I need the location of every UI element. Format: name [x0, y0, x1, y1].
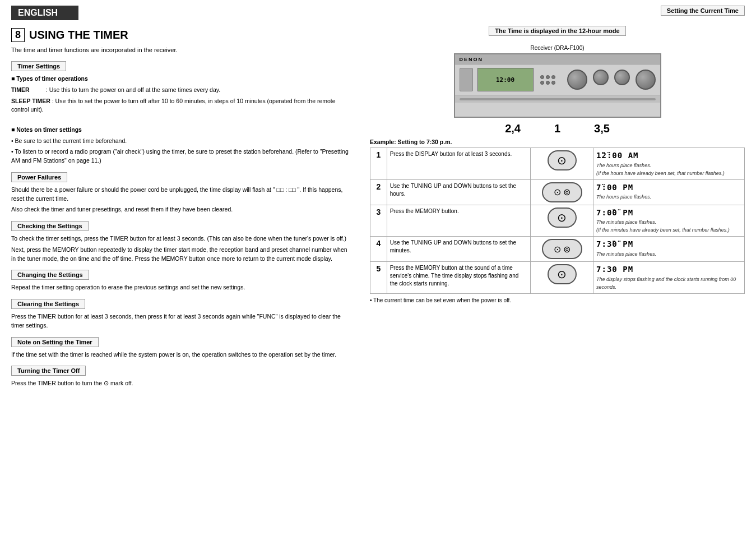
power-failures-text-2: Also check the timer and tuner presettin… [11, 205, 353, 214]
changing-settings-content: Repeat the timer setting operation to er… [11, 283, 353, 292]
dot-grid [540, 75, 555, 85]
step-desc-4: Use the TUNING UP and DOWN buttons to se… [387, 237, 530, 262]
page-intro: The time and timer functions are incorpo… [11, 47, 353, 53]
steps-table: 1 Press the DISPLAY button for at least … [370, 147, 745, 294]
note-setting-timer-heading: Note on Setting the Timer [11, 337, 99, 347]
checking-settings-content: To check the timer settings, press the T… [11, 234, 353, 263]
clearing-settings-content: Press the TIMER button for at least 3 se… [11, 312, 353, 330]
bottom-strip [460, 98, 656, 100]
step-desc-3: Press the MEMORY button. [387, 205, 530, 237]
timer-note-1: • Be sure to set the current time before… [11, 137, 353, 146]
step-desc-2: Use the TUNING UP and DOWN buttons to se… [387, 179, 530, 205]
step-row-2: 2 Use the TUNING UP and DOWN buttons to … [370, 179, 745, 205]
dot [546, 81, 550, 85]
changing-settings-heading: Changing the Settings [11, 270, 89, 280]
step-display-1: 1̈2̈:00 AM The hours place flashes. (If … [593, 148, 745, 180]
memory-button-icon-3: ⊙ [548, 207, 577, 228]
language-bar: ENGLISH [11, 6, 78, 20]
step-desc-1: Press the DISPLAY button for at least 3 … [387, 148, 530, 180]
tuning-updown-icon: ⊙ ⊚ [542, 182, 582, 202]
dot [540, 75, 544, 79]
step-num-2: 2 [370, 179, 387, 205]
receiver-body: 12:00 [455, 64, 660, 95]
knob-1 [567, 70, 587, 90]
note-setting-timer-content: If the time set with the timer is reache… [11, 350, 353, 359]
display-button-icon: ⊙ [548, 150, 577, 170]
checking-text-1: To check the timer settings, press the T… [11, 234, 353, 243]
page-title: 8 USING THE TIMER [11, 28, 353, 42]
checking-text-2: Next, press the MEMORY button repeatedly… [11, 246, 353, 264]
dot-row-1 [540, 75, 555, 79]
step-desc-5: Press the MEMORY button at the sound of … [387, 262, 530, 294]
step-row-4: 4 Use the TUNING UP and DOWN buttons to … [370, 237, 745, 262]
tuning-updown-icon-4: ⊙ ⊚ [542, 239, 582, 259]
step-num-5: 5 [370, 262, 387, 294]
step-row-1: 1 Press the DISPLAY button for at least … [370, 148, 745, 180]
callout-numbers: 2,4 1 3,5 [370, 122, 745, 135]
changing-text-1: Repeat the timer setting operation to er… [11, 283, 353, 292]
clearing-text-1: Press the TIMER button for at least 3 se… [11, 312, 353, 330]
receiver-diagram: DENON 12:00 [454, 53, 661, 118]
dot [546, 75, 550, 79]
step-num-1: 1 [370, 148, 387, 180]
checking-settings-heading: Checking the Settings [11, 221, 89, 231]
receiver-label: Receiver (DRA-F100) [370, 45, 745, 51]
callout-3: 3,5 [594, 122, 610, 135]
receiver-display: 12:00 [477, 68, 534, 91]
step-row-5: 5 Press the MEMORY button at the sound o… [370, 262, 745, 294]
turning-off-text: Press the TIMER button to turn the ⊙ mar… [11, 379, 353, 388]
step-display-4: 7:3̈0̈ PM The minutes place flashes. [593, 237, 745, 262]
timer-settings-heading: Timer Settings [11, 61, 66, 71]
left-column: ENGLISH 8 USING THE TIMER The time and t… [0, 0, 364, 535]
step-num-3: 3 [370, 205, 387, 237]
right-header: Setting the Current Time [370, 6, 745, 21]
right-column: Setting the Current Time The Time is dis… [364, 0, 756, 535]
page-container: ENGLISH 8 USING THE TIMER The time and t… [0, 0, 756, 535]
step-num-4: 4 [370, 237, 387, 262]
clearing-settings-heading: Clearing the Settings [11, 299, 85, 309]
dot-row-2 [540, 81, 555, 85]
types-heading: ■ Types of timer operations [11, 75, 88, 82]
power-failures-heading: Power Failures [11, 172, 67, 182]
step-icon-3: ⊙ [531, 205, 593, 237]
page-title-text: USING THE TIMER [29, 29, 128, 41]
knob-4 [636, 70, 656, 90]
step-icon-1: ⊙ [531, 148, 593, 180]
footer-note: • The current time can be set even when … [370, 297, 745, 303]
timer-note-2: • To listen to or record a radio program… [11, 147, 353, 165]
dot [551, 75, 555, 79]
timer-type-1: TIMER : Use this to turn the power on an… [11, 86, 353, 95]
turning-timer-off-content: Press the TIMER button to turn the ⊙ mar… [11, 379, 353, 388]
note-timer-text: If the time set with the timer is reache… [11, 350, 353, 359]
power-failures-text-1: Should there be a power failure or shoul… [11, 186, 353, 204]
timer-type-2: SLEEP TIMER : Use this to set the power … [11, 97, 353, 115]
knob-2 [593, 70, 609, 85]
example-label: Example: Setting to 7:30 p.m. [370, 139, 745, 145]
dot [551, 81, 555, 85]
step-row-3: 3 Press the MEMORY button. ⊙ 7:0̈0̈ PM T… [370, 205, 745, 237]
turning-timer-off-heading: Turning the Timer Off [11, 366, 86, 376]
step-display-3: 7:0̈0̈ PM The minutes place flashes. (If… [593, 205, 745, 237]
receiver-bottom [455, 95, 660, 103]
receiver-knobs [567, 70, 656, 90]
callout-2: 1 [554, 122, 560, 135]
time-mode-box: The Time is displayed in the 12-hour mod… [489, 26, 625, 36]
power-failures-content: Should there be a power failure or shoul… [11, 186, 353, 214]
receiver-top-bar: DENON [455, 54, 660, 64]
step-icon-4: ⊙ ⊚ [531, 237, 593, 262]
setting-current-time-box: Setting the Current Time [661, 6, 745, 16]
step-icon-2: ⊙ ⊚ [531, 179, 593, 205]
dot [540, 81, 544, 85]
denon-logo: DENON [460, 57, 484, 62]
section-number: 8 [11, 28, 25, 42]
notes-heading: ■ Notes on timer settings [11, 126, 82, 133]
step-display-2: 7̈:00 PM The hours place flashes. [593, 179, 745, 205]
knob-3 [614, 70, 630, 85]
timer-settings-content: ■ Types of timer operations TIMER : Use … [11, 75, 353, 165]
memory-button-icon-5: ⊙ [548, 264, 577, 284]
callout-1: 2,4 [505, 122, 521, 135]
step-icon-5: ⊙ [531, 262, 593, 294]
disc-slot [460, 68, 473, 91]
step-display-5: 7:30 PM The display stops flashing and t… [593, 262, 745, 294]
